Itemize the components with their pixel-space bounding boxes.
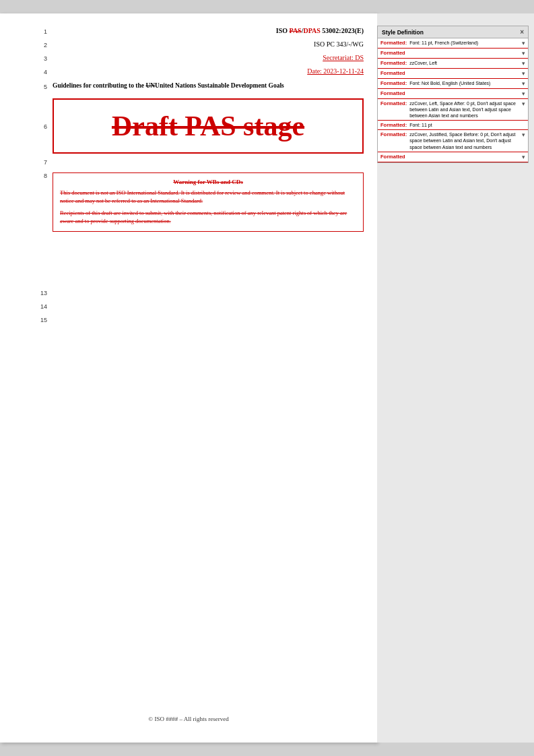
formatted-label-8: Formatted: bbox=[380, 122, 407, 128]
line-2-content: ISO PC 343/-/WG bbox=[47, 40, 364, 48]
formatted-label-7: Formatted: bbox=[380, 100, 407, 106]
line-7: 7 bbox=[34, 158, 364, 170]
formatted-label-4: Formatted bbox=[380, 70, 405, 76]
formatted-detail-9: zzCover, Justified, Space Before: 0 pt, … bbox=[407, 131, 520, 150]
page-wrapper: 1 ISO PAS/DPAS 53002:2023(E) 2 ISO PC 34… bbox=[0, 13, 534, 743]
line-num-6: 6 bbox=[34, 122, 47, 130]
formatted-row-6: Formatted ▾ bbox=[378, 89, 528, 99]
line-num-14: 14 bbox=[34, 302, 47, 310]
formatted-row-5: Formatted: Font: Not Bold, English (Unit… bbox=[378, 79, 528, 89]
style-def-header: Style Definition × bbox=[378, 26, 528, 38]
formatted-label-10: Formatted bbox=[380, 154, 405, 160]
line-num-2: 2 bbox=[34, 40, 47, 49]
line-4: 4 Date: 2023-12-11-24 bbox=[34, 67, 364, 80]
expand-icon-6[interactable]: ▾ bbox=[522, 90, 525, 97]
line-6: 6 Draft PAS stage bbox=[34, 96, 364, 156]
formatted-row-7: Formatted: zzCover, Left, Space After: 0… bbox=[378, 99, 528, 121]
warning-body-2: Recipients of this draft are invited to … bbox=[60, 210, 356, 226]
expand-icon-3[interactable]: ▾ bbox=[522, 60, 525, 67]
united-nations: United Nations bbox=[155, 82, 196, 89]
formatted-label-1: Formatted: bbox=[380, 40, 407, 46]
line-1: 1 ISO PAS/DPAS 53002:2023(E) bbox=[34, 27, 364, 39]
line-5-content: Guidelines for contributing to the UNUni… bbox=[47, 82, 364, 89]
warning-box: Warning for WBs and CDs This document is… bbox=[53, 172, 364, 232]
un-strike: UN bbox=[145, 82, 155, 89]
date-text: Date: 2023-12-11-24 bbox=[307, 67, 364, 75]
warning-body-1: This document is not an ISO Internationa… bbox=[60, 189, 356, 206]
line-15-content bbox=[47, 315, 364, 322]
draft-text: Draft PAS stage bbox=[112, 111, 304, 141]
line-8-content: Warning for WBs and CDs This document is… bbox=[47, 171, 364, 233]
expand-icon-2[interactable]: ▾ bbox=[522, 50, 525, 57]
expand-icon-7[interactable]: ▾ bbox=[522, 100, 525, 107]
doc-footer: © ISO #### – All rights reserved bbox=[0, 716, 377, 722]
formatted-row-4: Formatted ▾ bbox=[378, 69, 528, 79]
guidelines-prefix: Guidelines for contributing to the bbox=[53, 82, 145, 89]
line-5: 5 Guidelines for contributing to the UNU… bbox=[34, 82, 364, 94]
formatted-detail-7: zzCover, Left, Space After: 0 pt, Don't … bbox=[407, 100, 520, 119]
draft-box: Draft PAS stage bbox=[53, 98, 364, 154]
expand-icon-10[interactable]: ▾ bbox=[522, 154, 525, 160]
line-13-content bbox=[47, 288, 364, 295]
formatted-label-9: Formatted: bbox=[380, 131, 407, 137]
line-num-4: 4 bbox=[34, 67, 47, 75]
style-def-title: Style Definition bbox=[382, 29, 424, 36]
line-3-content: Secretariat: DS bbox=[47, 54, 364, 61]
line-num-7: 7 bbox=[34, 158, 47, 166]
formatted-row-1: Formatted: Font: 11 pt, French (Switzerl… bbox=[378, 38, 528, 49]
formatted-row-9: Formatted: zzCover, Justified, Space Bef… bbox=[378, 130, 528, 152]
expand-icon-9[interactable]: ▾ bbox=[522, 131, 525, 138]
formatted-detail-5: Font: Not Bold, English (United States) bbox=[407, 80, 520, 86]
warning-text-2: Recipients of this draft are invited to … bbox=[60, 210, 347, 224]
formatted-row-10: Formatted ▾ bbox=[378, 152, 528, 162]
line-4-content: Date: 2023-12-11-24 bbox=[47, 67, 364, 75]
dpas-text: DPAS bbox=[303, 27, 320, 34]
sdg-suffix: Sustainable Development Goals bbox=[196, 82, 284, 89]
warning-text-1: This document is not an ISO Internationa… bbox=[60, 189, 345, 204]
line-1-content: ISO PAS/DPAS 53002:2023(E) bbox=[47, 27, 364, 34]
line-num-13: 13 bbox=[34, 288, 47, 296]
formatted-label-5: Formatted: bbox=[380, 80, 407, 86]
formatted-row-8: Formatted: Font: 11 pt bbox=[378, 121, 528, 130]
footer-text: © ISO #### – All rights reserved bbox=[148, 716, 228, 722]
expand-icon-1[interactable]: ▾ bbox=[522, 40, 525, 46]
line-7-content bbox=[47, 158, 364, 164]
formatted-label-3: Formatted: bbox=[380, 60, 407, 66]
formatted-detail-8: Font: 11 pt bbox=[407, 122, 523, 128]
formatted-row-3: Formatted: zzCover, Left ▾ bbox=[378, 59, 528, 69]
formatted-label-2: Formatted bbox=[380, 50, 405, 56]
formatted-label-6: Formatted bbox=[380, 90, 405, 96]
document-area: 1 ISO PAS/DPAS 53002:2023(E) 2 ISO PC 34… bbox=[0, 13, 377, 743]
secretariat-text: Secretariat: DS bbox=[323, 54, 364, 61]
expand-icon-5[interactable]: ▾ bbox=[522, 80, 525, 87]
line-13: 13 bbox=[34, 288, 364, 301]
line-num-1: 1 bbox=[34, 27, 47, 35]
sidebar-panel: Style Definition × Formatted: Font: 11 p… bbox=[377, 13, 534, 743]
line-2: 2 ISO PC 343/-/WG bbox=[34, 40, 364, 53]
pc-text: ISO PC 343/-/WG bbox=[314, 40, 364, 48]
line-num-5: 5 bbox=[34, 82, 47, 90]
formatted-row-2: Formatted ▾ bbox=[378, 49, 528, 59]
doc-number: 53002:2023(E) bbox=[321, 27, 364, 34]
line-14: 14 bbox=[34, 302, 364, 314]
iso-prefix: ISO bbox=[276, 27, 290, 34]
line-num-8: 8 bbox=[34, 171, 47, 179]
warning-title: Warning for WBs and CDs bbox=[60, 179, 356, 185]
line-num-15: 15 bbox=[34, 315, 47, 323]
formatted-detail-3: zzCover, Left bbox=[407, 60, 520, 66]
style-def-panel: Style Definition × Formatted: Font: 11 p… bbox=[377, 26, 529, 163]
line-8: 8 Warning for WBs and CDs This document … bbox=[34, 171, 364, 233]
line-15: 15 bbox=[34, 315, 364, 327]
expand-icon-4[interactable]: ▾ bbox=[522, 70, 525, 77]
close-icon[interactable]: × bbox=[520, 28, 524, 36]
formatted-detail-1: Font: 11 pt, French (Switzerland) bbox=[407, 40, 520, 46]
line-14-content bbox=[47, 302, 364, 309]
line-3: 3 Secretariat: DS bbox=[34, 54, 364, 66]
line-6-content: Draft PAS stage bbox=[47, 96, 364, 156]
line-num-3: 3 bbox=[34, 54, 47, 62]
pas-strikethrough: PAS bbox=[290, 27, 302, 34]
